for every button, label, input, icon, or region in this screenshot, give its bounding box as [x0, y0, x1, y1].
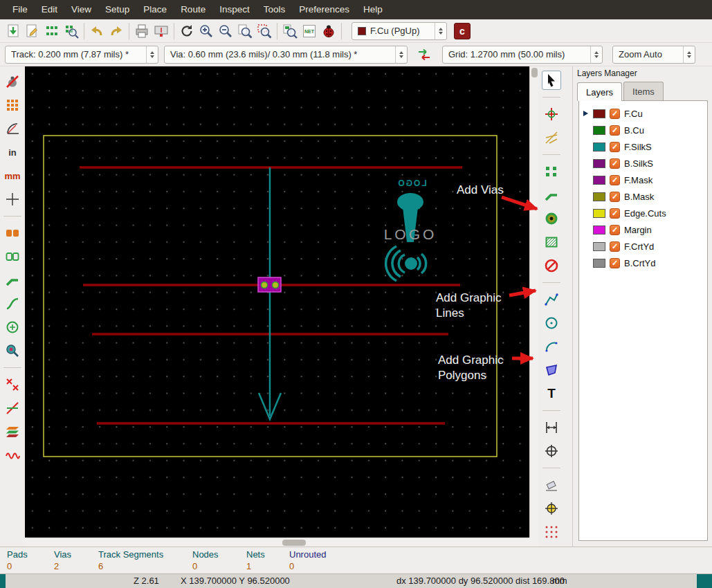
- menu-view[interactable]: View: [64, 0, 98, 19]
- layer-row-bmask[interactable]: B.Mask: [579, 188, 707, 205]
- add-footprint-icon[interactable]: [542, 162, 561, 181]
- local-ratsnest-icon[interactable]: [542, 128, 561, 147]
- layer-color-swatch[interactable]: [593, 242, 605, 251]
- footprint-editor-icon[interactable]: [42, 21, 62, 41]
- redo-icon[interactable]: [107, 21, 126, 41]
- add-target-icon[interactable]: [542, 441, 561, 461]
- hide-ratsnest-icon[interactable]: [3, 375, 22, 394]
- layer-visibility-checkbox[interactable]: [610, 109, 620, 119]
- via-size-spinner[interactable]: [395, 46, 407, 63]
- polar-coords-icon[interactable]: [3, 119, 22, 138]
- add-zone-icon[interactable]: [542, 232, 561, 252]
- highlight-net-icon[interactable]: [542, 104, 561, 124]
- plugin-c-icon[interactable]: c: [453, 21, 472, 41]
- vertical-scrollbar-thumb[interactable]: [531, 68, 538, 77]
- layer-visibility-checkbox[interactable]: [610, 192, 620, 202]
- layer-visibility-checkbox[interactable]: [610, 258, 620, 268]
- layer-color-swatch[interactable]: [593, 226, 605, 235]
- tab-items[interactable]: Items: [623, 82, 664, 100]
- layer-color-swatch[interactable]: [593, 209, 605, 218]
- delete-tool-icon[interactable]: [542, 475, 561, 495]
- layers-stack-icon[interactable]: [3, 422, 22, 441]
- undo-icon[interactable]: [87, 21, 107, 41]
- page-settings-icon[interactable]: [23, 21, 42, 41]
- zoom-fit-icon[interactable]: [235, 21, 255, 41]
- select-tool-icon[interactable]: [542, 71, 561, 90]
- layer-visibility-checkbox[interactable]: [610, 208, 620, 219]
- tracks-sketch-icon[interactable]: [3, 270, 22, 290]
- layer-row-bcu[interactable]: B.Cu: [579, 122, 707, 138]
- horizontal-scrollbar[interactable]: [25, 538, 529, 546]
- grid-toggle-icon[interactable]: [3, 95, 22, 115]
- layer-color-swatch[interactable]: [593, 159, 605, 168]
- layer-visibility-checkbox[interactable]: [610, 142, 620, 152]
- track-width-select[interactable]: Track: 0.200 mm (7.87 mils) *: [5, 46, 158, 64]
- pcb-canvas[interactable]: LOGO LOGO: [25, 66, 529, 538]
- high-contrast-icon[interactable]: [3, 341, 22, 360]
- layer-color-swatch[interactable]: [593, 259, 605, 268]
- vertical-scrollbar[interactable]: [529, 66, 538, 538]
- track-width-spinner[interactable]: [146, 46, 158, 63]
- add-dimension-icon[interactable]: [542, 418, 561, 437]
- layer-color-swatch[interactable]: [593, 109, 605, 118]
- inch-units-icon[interactable]: in: [3, 143, 22, 162]
- menu-inspect[interactable]: Inspect: [212, 0, 257, 19]
- layer-row-bsilks[interactable]: B.SilkS: [579, 155, 707, 172]
- layer-select-spinner[interactable]: [435, 23, 446, 39]
- layer-row-fcu[interactable]: F.Cu: [579, 105, 707, 122]
- find-footprint-icon[interactable]: [280, 21, 300, 41]
- layer-color-swatch[interactable]: [593, 126, 605, 135]
- zoom-select[interactable]: Zoom Auto: [612, 46, 695, 64]
- footprint-browser-icon[interactable]: [62, 21, 81, 41]
- horizontal-scrollbar-thumb[interactable]: [282, 540, 306, 546]
- zoom-spinner[interactable]: [683, 46, 695, 63]
- refresh-icon[interactable]: [177, 21, 197, 41]
- layer-visibility-checkbox[interactable]: [610, 225, 620, 235]
- pads-display-icon[interactable]: [3, 223, 22, 243]
- mm-units-icon[interactable]: mm: [3, 166, 22, 185]
- pads-sketch-icon[interactable]: [3, 247, 22, 266]
- via-size-select[interactable]: Via: 0.60 mm (23.6 mils)/ 0.30 mm (11.8 …: [164, 46, 408, 64]
- layer-row-fmask[interactable]: F.Mask: [579, 172, 707, 188]
- add-keepout-icon[interactable]: [542, 256, 561, 275]
- drc-ladybug-icon[interactable]: [319, 21, 338, 41]
- menu-file[interactable]: File: [6, 0, 35, 19]
- tab-layers[interactable]: Layers: [577, 82, 622, 101]
- plot-icon[interactable]: [152, 21, 171, 41]
- add-text-icon[interactable]: T: [542, 384, 561, 403]
- add-graphic-line-icon[interactable]: [542, 290, 561, 309]
- menu-setup[interactable]: Setup: [98, 0, 136, 19]
- drill-origin-icon[interactable]: [542, 499, 561, 518]
- menu-place[interactable]: Place: [136, 0, 174, 19]
- menu-route[interactable]: Route: [174, 0, 212, 19]
- add-via-icon[interactable]: [542, 209, 561, 228]
- print-icon[interactable]: [132, 21, 152, 41]
- zoom-out-icon[interactable]: [216, 21, 235, 41]
- menu-preferences[interactable]: Preferences: [292, 0, 356, 19]
- layer-row-fcrtyd[interactable]: F.CrtYd: [579, 238, 707, 255]
- zoom-in-icon[interactable]: [197, 21, 216, 41]
- zones-display-icon[interactable]: [3, 318, 22, 337]
- grid-select[interactable]: Grid: 1.2700 mm (50.00 mils): [442, 46, 603, 64]
- layer-visibility-checkbox[interactable]: [610, 175, 620, 185]
- route-tracks-icon[interactable]: [542, 185, 561, 205]
- layer-row-margin[interactable]: Margin: [579, 221, 707, 238]
- layer-color-swatch[interactable]: [593, 176, 605, 185]
- zoom-selection-icon[interactable]: [255, 21, 274, 41]
- add-graphic-polygon-icon[interactable]: [542, 360, 561, 380]
- curves-sketch-icon[interactable]: [3, 294, 22, 313]
- microwave-tools-icon[interactable]: [3, 445, 22, 465]
- show-ratsnest-icon[interactable]: [3, 398, 22, 418]
- netlist-icon[interactable]: NET: [300, 21, 319, 41]
- layer-pair-icon[interactable]: [414, 45, 434, 64]
- layer-row-bcrtyd[interactable]: B.CrtYd: [579, 255, 707, 271]
- grid-spinner[interactable]: [590, 46, 602, 63]
- layer-visibility-checkbox[interactable]: [610, 241, 620, 252]
- cursor-style-icon[interactable]: [3, 190, 22, 209]
- layer-color-swatch[interactable]: [593, 192, 605, 201]
- menu-tools[interactable]: Tools: [257, 0, 293, 19]
- layer-row-fsilks[interactable]: F.SilkS: [579, 138, 707, 155]
- layer-visibility-checkbox[interactable]: [610, 158, 620, 169]
- save-board-icon[interactable]: [3, 21, 23, 41]
- layer-visibility-checkbox[interactable]: [610, 125, 620, 136]
